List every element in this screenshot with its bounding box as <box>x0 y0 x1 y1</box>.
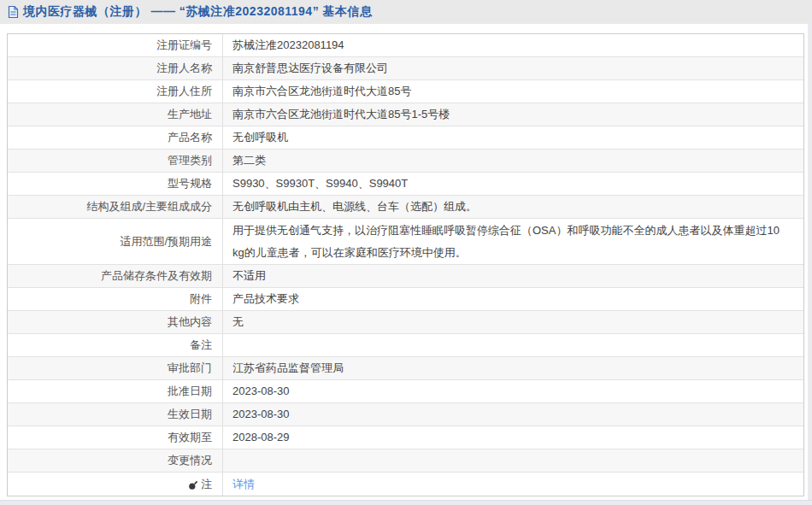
row-value: 南京市六合区龙池街道时代大道85号 <box>232 80 411 103</box>
table-row-registrant-name: 注册人名称 南京舒普思达医疗设备有限公司 <box>8 57 803 80</box>
table-row-reg-number: 注册证编号 苏械注准20232081194 <box>8 34 803 57</box>
row-value: 南京舒普思达医疗设备有限公司 <box>232 57 388 79</box>
table-row-storage-conditions: 产品储存条件及有效期 不适用 <box>8 265 803 288</box>
row-label: 注 <box>201 477 212 492</box>
row-label: 适用范围/预期用途 <box>8 219 223 264</box>
page-bottom-strip <box>0 500 812 505</box>
row-label: 附件 <box>8 288 223 310</box>
row-label: 生效日期 <box>8 403 223 426</box>
row-label: 产品名称 <box>8 126 223 149</box>
row-value: 2028-08-29 <box>232 426 290 449</box>
row-label: 批准日期 <box>8 380 223 402</box>
table-row-registrant-address: 注册人住所 南京市六合区龙池街道时代大道85号 <box>8 80 803 103</box>
row-value: 2023-08-30 <box>232 403 290 426</box>
row-value: 无 <box>232 311 244 333</box>
row-label: 注册人住所 <box>8 80 223 103</box>
row-value: 无创呼吸机由主机、电源线、台车（选配）组成。 <box>232 196 477 218</box>
row-label: 产品储存条件及有效期 <box>8 265 223 287</box>
table-row-change-status: 变更情况 <box>8 449 803 473</box>
row-label: 生产地址 <box>8 103 223 126</box>
table-row-remarks: 备注 <box>8 334 803 357</box>
row-value: 产品技术要求 <box>232 288 299 310</box>
title-bar: 境内医疗器械（注册） —— “苏械注准20232081194” 基本信息 <box>0 0 812 24</box>
row-value: 不适用 <box>232 265 266 287</box>
document-icon <box>8 5 19 19</box>
row-label: 注册证编号 <box>8 34 223 56</box>
table-row-effective-date: 生效日期 2023-08-30 <box>8 403 803 426</box>
row-value: S9930、S9930T、S9940、S9940T <box>232 173 408 195</box>
table-row-intended-use: 适用范围/预期用途 用于提供无创通气支持，以治疗阻塞性睡眠呼吸暂停综合征（OSA… <box>8 219 803 265</box>
table-row-approval-department: 审批部门 江苏省药品监督管理局 <box>8 357 803 380</box>
row-label: 结构及组成/主要组成成分 <box>8 196 223 218</box>
details-link[interactable]: 详情 <box>232 473 255 496</box>
row-value: 苏械注准20232081194 <box>232 34 344 56</box>
row-label: 管理类别 <box>8 150 223 172</box>
row-value: 江苏省药品监督管理局 <box>232 357 344 379</box>
row-label: 备注 <box>8 334 223 356</box>
row-value: 南京市六合区龙池街道时代大道85号1-5号楼 <box>232 103 450 126</box>
row-label: 变更情况 <box>8 449 223 472</box>
registration-info-table: 注册证编号 苏械注准20232081194 注册人名称 南京舒普思达医疗设备有限… <box>7 33 804 496</box>
scrollbar-track[interactable] <box>808 24 812 500</box>
table-row-expiry-date: 有效期至 2028-08-29 <box>8 426 803 449</box>
table-row-management-class: 管理类别 第二类 <box>8 150 803 173</box>
pin-icon <box>188 480 198 490</box>
table-row-production-address: 生产地址 南京市六合区龙池街道时代大道85号1-5号楼 <box>8 103 803 126</box>
row-value: 无创呼吸机 <box>232 126 288 149</box>
page-title: 境内医疗器械（注册） —— “苏械注准20232081194” 基本信息 <box>23 4 373 20</box>
table-row-model-spec: 型号规格 S9930、S9930T、S9940、S9940T <box>8 173 803 196</box>
table-row-structure: 结构及组成/主要组成成分 无创呼吸机由主机、电源线、台车（选配）组成。 <box>8 196 803 219</box>
row-value: 第二类 <box>232 150 266 172</box>
row-value: 2023-08-30 <box>232 380 290 402</box>
table-row-approval-date: 批准日期 2023-08-30 <box>8 380 803 403</box>
row-label: 注册人名称 <box>8 57 223 79</box>
row-label: 审批部门 <box>8 357 223 379</box>
row-value: 用于提供无创通气支持，以治疗阻塞性睡眠呼吸暂停综合征（OSA）和呼吸功能不全的成… <box>232 220 788 264</box>
row-label: 型号规格 <box>8 173 223 195</box>
table-row-attachments: 附件 产品技术要求 <box>8 288 803 311</box>
row-label: 其他内容 <box>8 311 223 333</box>
table-row-note: 注 详情 <box>8 473 803 496</box>
table-row-product-name: 产品名称 无创呼吸机 <box>8 126 803 150</box>
table-row-other-content: 其他内容 无 <box>8 311 803 334</box>
row-label: 有效期至 <box>8 426 223 449</box>
